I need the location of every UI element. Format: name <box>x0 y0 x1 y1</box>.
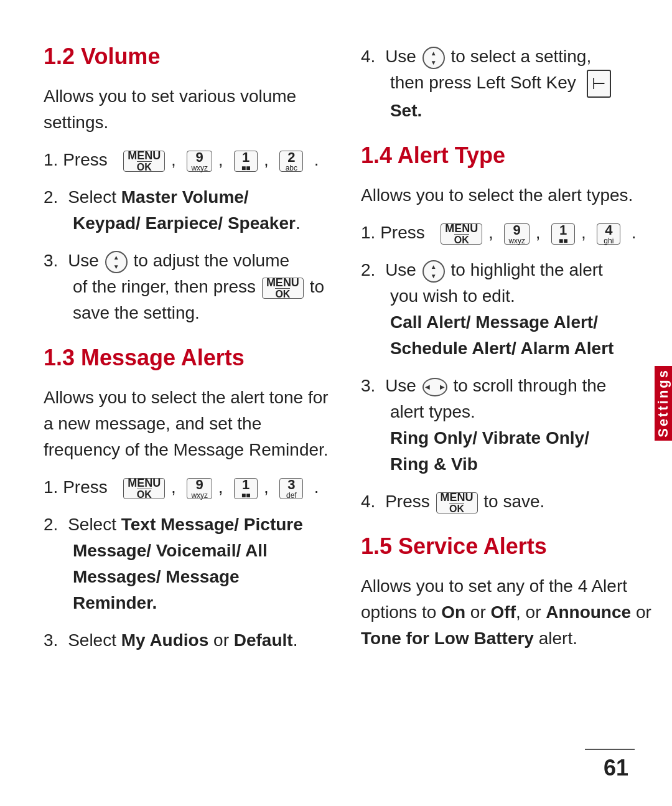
section-service-alerts: 1.5 Service Alerts Allows you to set any… <box>361 533 653 652</box>
set-label: Set. <box>390 101 422 120</box>
section-service-alerts-title: 1.5 Service Alerts <box>361 533 653 560</box>
key-1: 1■■ <box>234 151 258 172</box>
section-volume-title: 1.2 Volume <box>44 44 330 70</box>
section-message-alerts-title: 1.3 Message Alerts <box>44 345 330 371</box>
sidebar-tab-label: Settings <box>655 368 671 438</box>
nav-btn-lr <box>422 378 447 396</box>
soft-key-icon: ⊢ <box>587 70 611 98</box>
section-service-alerts-intro: Allows you to set any of the 4 Alert opt… <box>361 573 653 652</box>
left-column: 1.2 Volume Allows you to set various vol… <box>44 37 348 769</box>
msg-step3-bold2: Default <box>234 630 293 650</box>
key-menu-ok-4: MENUOK <box>441 223 482 245</box>
msg-step2: 2. Select Text Message/ Picture Message/… <box>44 512 330 616</box>
key-1-3: 1■■ <box>551 223 575 245</box>
key-4ghi: 4ghi <box>597 223 620 245</box>
alert-step4: 4. Press MENUOK to save. <box>361 489 653 515</box>
key-menu-ok-5: MENUOK <box>436 492 478 513</box>
msg-step2-bold: Text Message/ Picture Message/ Voicemail… <box>63 515 302 612</box>
section-alert-type-intro: Allows you to select the alert types. <box>361 182 653 209</box>
alert-step2-bold: Call Alert/ Message Alert/ Schedule Aler… <box>380 312 614 358</box>
nav-up-down-btn <box>105 251 128 273</box>
page-divider-line <box>585 749 635 750</box>
section-alert-type-title: 1.4 Alert Type <box>361 143 653 169</box>
key-1-2: 1■■ <box>234 478 258 499</box>
msg-step3-bold1: My Audios <box>121 630 209 650</box>
tone-label: Tone for Low Battery <box>361 629 534 648</box>
volume-step1: 1. Press MENUOK , 9wxyz , 1■■ , 2abc . <box>44 147 330 173</box>
key-menu-ok-2: MENUOK <box>262 278 304 299</box>
volume-step2-bold: Master Volume/ Keypad/ Earpiece/ Speaker <box>63 187 296 233</box>
key-3def: 3def <box>279 478 303 499</box>
right-column: 4. Use to select a setting, then press L… <box>348 37 653 769</box>
section-alert-type: 1.4 Alert Type Allows you to select the … <box>361 143 653 515</box>
volume-step3: 3. Use to adjust the volume of the ringe… <box>44 248 330 326</box>
volume-right-step4: 4. Use to select a setting, then press L… <box>361 44 653 124</box>
page-container: 1.2 Volume Allows you to set various vol… <box>0 0 672 806</box>
key-menu-ok-3: MENUOK <box>123 478 165 499</box>
volume-step2: 2. Select Master Volume/ Keypad/ Earpiec… <box>44 184 330 237</box>
section-message-alerts: 1.3 Message Alerts Allows you to select … <box>44 345 330 654</box>
nav-btn-right <box>422 47 445 69</box>
section-volume-intro: Allows you to set various volume setting… <box>44 83 330 136</box>
settings-sidebar-tab: Settings <box>655 366 672 441</box>
off-label: Off <box>491 602 516 622</box>
msg-step3: 3. Select My Audios or Default. <box>44 627 330 654</box>
key-9wxyz-3: 9wxyz <box>504 223 530 245</box>
msg-step1: 1. Press MENUOK , 9wxyz , 1■■ , 3def . <box>44 474 330 500</box>
alert-step3: 3. Use to scroll through the alert types… <box>361 373 653 477</box>
alert-step2: 2. Use to highlight the alert you wish t… <box>361 257 653 362</box>
alert-step3-bold: Ring Only/ Vibrate Only/ Ring & Vib <box>380 428 589 474</box>
section-volume: 1.2 Volume Allows you to set various vol… <box>44 44 330 326</box>
key-9wxyz-2: 9wxyz <box>187 478 212 499</box>
key-9wxyz: 9wxyz <box>187 151 212 172</box>
section-message-alerts-intro: Allows you to select the alert tone for … <box>44 385 330 463</box>
key-menu-ok: MENUOK <box>123 151 165 172</box>
page-number: 61 <box>604 755 628 781</box>
on-label: On <box>441 602 465 622</box>
alert-step1: 1. Press MENUOK , 9wxyz , 1■■ , 4ghi . <box>361 220 653 246</box>
key-2abc: 2abc <box>279 151 303 172</box>
announce-label: Announce <box>546 602 631 622</box>
nav-btn-2 <box>422 260 445 283</box>
